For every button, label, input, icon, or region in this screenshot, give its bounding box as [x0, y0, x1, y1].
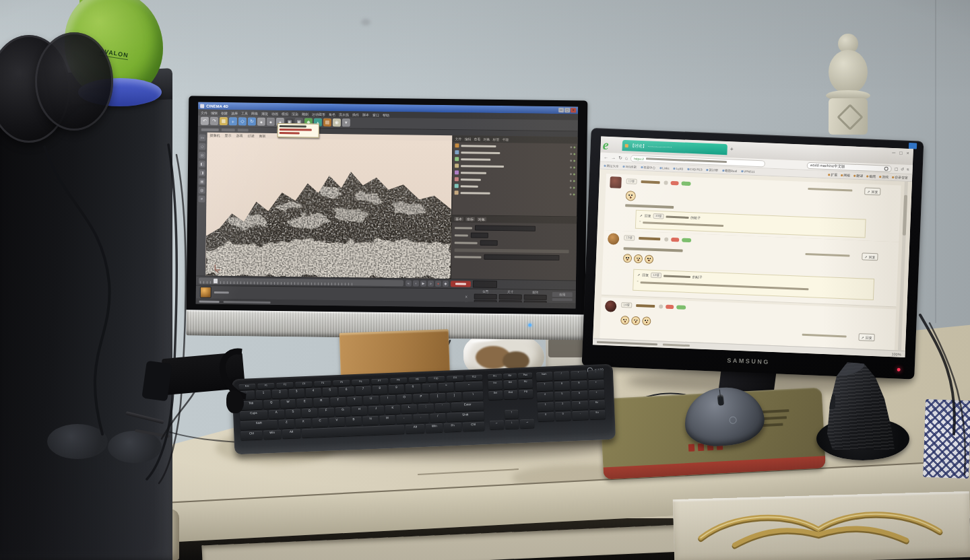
viewport-menu-item[interactable]: 选项 [236, 133, 243, 137]
toggle-dot[interactable] [570, 180, 572, 182]
transport-button[interactable]: ◆ [443, 281, 449, 287]
toggle-dot[interactable] [573, 146, 575, 148]
key[interactable]: D [302, 408, 317, 417]
key[interactable]: . [572, 411, 588, 420]
nav-icon[interactable]: → [611, 155, 616, 160]
key[interactable]: U [363, 396, 379, 405]
zoom-level[interactable]: 100% [891, 352, 901, 357]
key[interactable]: 0 [555, 411, 571, 421]
browser-tab[interactable]: 【讨论】 ⋯⋯⋯⋯⋯⋯ [622, 140, 728, 155]
username[interactable] [639, 237, 660, 240]
key[interactable]: Del [488, 390, 503, 400]
attr-field[interactable] [480, 240, 498, 246]
quick-tool-item[interactable]: 游戏 [879, 174, 888, 179]
om-menu-item[interactable]: 书签 [503, 137, 509, 141]
key[interactable]: Ctrl [240, 431, 263, 440]
side-tool-icon[interactable]: ▣ [199, 178, 205, 185]
key[interactable]: , [396, 415, 412, 424]
coord-field[interactable] [499, 294, 522, 300]
key[interactable]: G [335, 407, 350, 416]
toggle-dot[interactable] [573, 193, 575, 195]
key[interactable]: 5 [322, 387, 337, 396]
apply-button[interactable]: 应用 [552, 292, 573, 297]
object-toggles[interactable] [570, 186, 575, 188]
key[interactable]: B [346, 417, 361, 426]
menu-item[interactable]: 动画 [271, 111, 278, 115]
transport-button[interactable]: « [406, 280, 412, 286]
attribute-tab[interactable]: 基本 [454, 217, 463, 221]
om-menu-item[interactable]: 对象 [484, 137, 490, 141]
side-tool-icon[interactable]: ≡ [198, 196, 205, 203]
transport-button[interactable]: ● [435, 281, 441, 287]
toggle-dot[interactable] [570, 166, 572, 168]
quick-tool-item[interactable]: 翻译 [853, 174, 863, 178]
key[interactable]: 6 [339, 386, 354, 396]
key[interactable]: Pau [518, 372, 532, 378]
toggle-dot[interactable] [573, 186, 575, 188]
key[interactable]: 8 [372, 385, 387, 394]
attribute-tab[interactable]: 坐标 [465, 217, 475, 221]
attr-field[interactable] [484, 254, 559, 260]
key[interactable]: 9 [571, 380, 587, 390]
object-toggles[interactable] [570, 193, 575, 195]
reply-button[interactable]: ↗ 回复 [862, 252, 878, 260]
material-swatch[interactable] [200, 287, 212, 298]
toolbar-icon[interactable]: ▤ [323, 118, 331, 127]
key[interactable]: / [553, 371, 569, 380]
menu-item[interactable]: 脚本 [362, 112, 369, 116]
layout-dropdown[interactable] [222, 129, 235, 131]
key[interactable]: P [413, 394, 428, 403]
key[interactable]: 3 [572, 400, 588, 410]
keyboard[interactable]: K120 EscF1F2F3F4F5F6F7F8F9F10F11F12 `123… [232, 364, 616, 455]
key[interactable]: ← [455, 381, 483, 391]
key[interactable]: 8 [554, 381, 570, 390]
key[interactable]: Hm [503, 380, 517, 389]
key[interactable]: I [380, 395, 395, 405]
menu-item[interactable]: 角色 [329, 112, 335, 116]
toggle-dot[interactable] [570, 146, 572, 148]
toolbar-icon[interactable]: ◇ [238, 117, 247, 125]
avatar[interactable] [605, 300, 617, 312]
scroll-wheel[interactable] [717, 394, 725, 406]
toggle-dot[interactable] [570, 193, 572, 195]
bookmark-item[interactable]: 网址大全 [604, 164, 618, 168]
window-button[interactable]: × [906, 151, 909, 155]
key[interactable]: F8 [390, 378, 407, 384]
key[interactable]: → [520, 419, 534, 428]
menu-item[interactable]: 网格 [251, 111, 258, 115]
key[interactable]: T [330, 397, 346, 407]
menu-item[interactable]: 流水线 [339, 112, 349, 116]
key[interactable]: M [379, 415, 395, 425]
key[interactable]: 2 [272, 389, 288, 398]
key[interactable]: Ins [488, 380, 502, 390]
toggle-dot[interactable] [570, 153, 572, 155]
key[interactable]: 4 [537, 392, 553, 401]
key[interactable]: F2 [276, 382, 293, 388]
side-tool-icon[interactable]: ◨ [199, 170, 205, 176]
key[interactable]: ; [418, 403, 434, 413]
timeline-handle[interactable] [214, 279, 218, 283]
toolbar-icon[interactable]: ● [267, 118, 275, 126]
object-toggles[interactable] [570, 180, 575, 182]
key[interactable]: - [587, 370, 604, 379]
attr-field[interactable] [471, 233, 488, 238]
key[interactable]: 7 [537, 382, 553, 391]
window-button[interactable]: ─ [892, 150, 895, 155]
om-menu-item[interactable]: 查看 [474, 137, 481, 141]
toolbar-icon[interactable]: ● [257, 118, 265, 126]
bookmark-item[interactable]: 晒图Real [722, 168, 737, 172]
object-row[interactable] [453, 189, 577, 197]
menu-item[interactable]: 模拟 [282, 112, 288, 116]
toolbar-icon[interactable]: ↶ [201, 117, 209, 125]
bookmark-item[interactable]: C4D R13 [687, 167, 703, 171]
toolbar-icon[interactable]: ▾ [342, 118, 350, 127]
quick-tool-item[interactable]: 扩展 [828, 172, 837, 177]
key[interactable]: W [280, 399, 296, 409]
key[interactable]: Alt [282, 429, 301, 438]
key[interactable]: + [589, 390, 605, 399]
menu-item[interactable]: 选择 [231, 111, 238, 115]
history-icon[interactable]: ↺ [901, 167, 904, 172]
viewport-menu-item[interactable]: 面板 [259, 134, 266, 138]
menu-item[interactable]: 插件 [352, 112, 359, 116]
layout-dropdown[interactable] [238, 129, 249, 131]
